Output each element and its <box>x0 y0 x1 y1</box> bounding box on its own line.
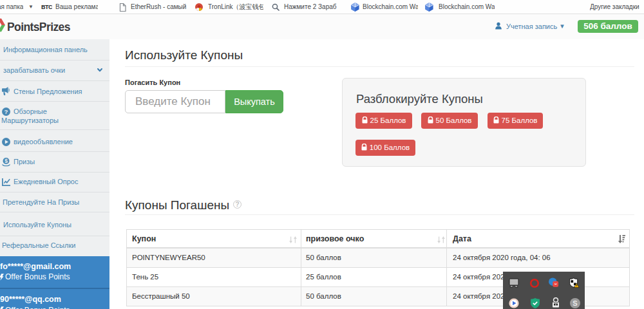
svg-text:?: ? <box>5 108 8 115</box>
svg-text:$: $ <box>5 158 8 164</box>
svg-text:S: S <box>573 299 577 307</box>
